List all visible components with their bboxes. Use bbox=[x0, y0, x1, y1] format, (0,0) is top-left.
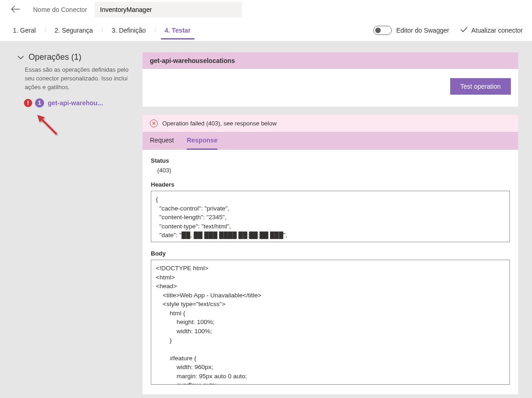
update-connector-label: Atualizar conector bbox=[471, 27, 523, 34]
top-bar: Nome do Conector bbox=[0, 0, 532, 19]
operation-item[interactable]: ! 1 get-api-warehou... bbox=[24, 98, 133, 108]
body-textarea[interactable] bbox=[151, 260, 510, 385]
main-panel: get-api-warehouselocations Test operatio… bbox=[143, 52, 518, 394]
test-section: Test operation bbox=[143, 69, 518, 107]
error-icon: ✕ bbox=[150, 119, 158, 127]
body-label: Body bbox=[151, 250, 510, 257]
wizard-tabs-bar: 1. Geral 〉 2. Segurança 〉 3. Definição 〉… bbox=[0, 19, 532, 41]
connector-name-label: Nome do Conector bbox=[33, 6, 87, 13]
tab-general[interactable]: 1. Geral bbox=[9, 21, 40, 40]
chevron-down-icon bbox=[17, 52, 24, 62]
tab-test[interactable]: 4. Testar bbox=[161, 21, 194, 40]
status-label: Status bbox=[151, 157, 510, 164]
swagger-toggle-label: Editor do Swagger bbox=[396, 27, 449, 34]
headers-textarea[interactable] bbox=[151, 191, 510, 242]
operation-name: get-api-warehou... bbox=[48, 99, 103, 107]
chevron-right-icon: 〉 bbox=[44, 27, 49, 34]
result-tabs: Request Response bbox=[143, 132, 518, 150]
annotation-arrow-icon bbox=[34, 112, 133, 141]
tab-response[interactable]: Response bbox=[187, 132, 217, 150]
operations-description: Essas são as operações definidas pelo se… bbox=[25, 66, 133, 92]
connector-name-input[interactable] bbox=[95, 2, 242, 17]
operation-title-bar: get-api-warehouselocations bbox=[143, 52, 518, 69]
count-badge: 1 bbox=[35, 98, 44, 108]
tab-request[interactable]: Request bbox=[150, 132, 174, 150]
chevron-right-icon: 〉 bbox=[101, 27, 106, 34]
operations-header[interactable]: Operações (1) bbox=[14, 52, 133, 62]
error-banner: ✕ Operation failed (403), see response b… bbox=[143, 115, 518, 132]
response-panel: Status (403) Headers Body bbox=[143, 150, 518, 394]
update-connector-button[interactable]: Atualizar conector bbox=[460, 26, 523, 34]
back-arrow-icon[interactable] bbox=[7, 4, 24, 16]
operations-title: Operações (1) bbox=[29, 52, 81, 62]
test-operation-button[interactable]: Test operation bbox=[450, 78, 511, 95]
error-message: Operation failed (403), see response bel… bbox=[162, 120, 277, 127]
headers-label: Headers bbox=[151, 181, 510, 188]
tab-security[interactable]: 2. Segurança bbox=[51, 21, 97, 40]
svg-line-0 bbox=[41, 119, 57, 134]
chevron-right-icon: 〉 bbox=[154, 27, 159, 34]
swagger-toggle-wrap: Editor do Swagger bbox=[373, 26, 449, 35]
status-value: (403) bbox=[157, 167, 510, 174]
alert-icon: ! bbox=[24, 99, 32, 107]
swagger-toggle[interactable] bbox=[373, 26, 392, 35]
check-icon bbox=[460, 26, 468, 34]
tab-definition[interactable]: 3. Definição bbox=[108, 21, 149, 40]
operations-sidebar: Operações (1) Essas são as operações def… bbox=[14, 52, 143, 141]
